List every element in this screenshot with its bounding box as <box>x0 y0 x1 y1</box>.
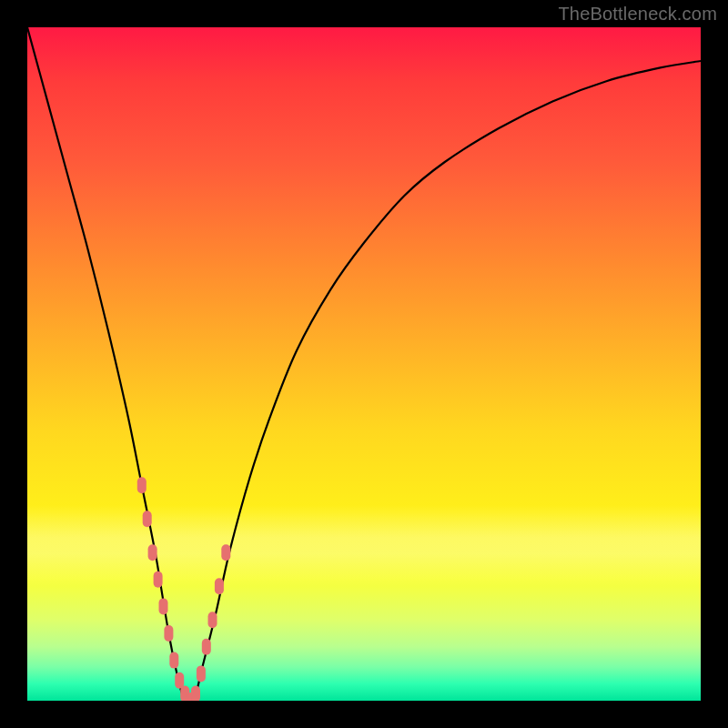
curve-marker <box>148 544 157 561</box>
curve-marker <box>191 686 200 701</box>
plot-area <box>27 27 701 701</box>
curve-marker <box>175 672 184 689</box>
bottleneck-curve <box>27 27 701 701</box>
curve-marker <box>221 544 230 561</box>
curve-marker <box>159 598 168 614</box>
curve-marker <box>215 578 224 594</box>
curve-marker <box>143 511 152 527</box>
curve-layer <box>27 27 701 701</box>
curve-marker <box>208 612 217 628</box>
curve-marker <box>202 639 211 655</box>
curve-marker <box>169 652 178 669</box>
curve-marker <box>154 571 163 588</box>
curve-marker <box>137 477 147 493</box>
chart-frame: TheBottleneck.com <box>0 0 728 728</box>
watermark-text: TheBottleneck.com <box>558 4 717 25</box>
curve-marker <box>197 665 206 682</box>
curve-marker <box>164 625 173 642</box>
marker-group <box>137 477 231 701</box>
